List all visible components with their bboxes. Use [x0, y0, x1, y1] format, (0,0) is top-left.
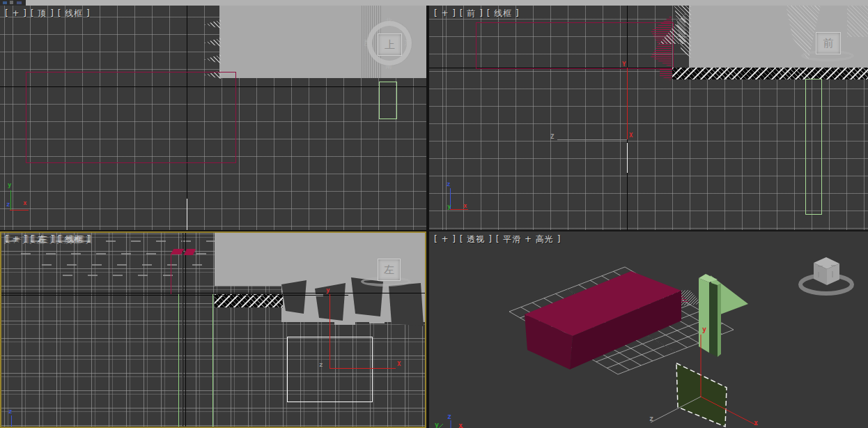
artifact-dash	[300, 316, 318, 319]
box-object-wire[interactable]	[26, 72, 236, 163]
z-axis-label: z	[447, 181, 450, 188]
perspective-scene[interactable]: y x z y z x	[429, 231, 868, 428]
artifact-shape	[315, 283, 346, 321]
compass-east[interactable]: 东	[404, 38, 411, 48]
gizmo-axis-white[interactable]	[627, 143, 628, 173]
viewport-left-label[interactable]: [ + ] [ 左 ] [ 线框 ]	[5, 234, 91, 245]
arrow-object[interactable]	[699, 274, 748, 357]
viewcube-face-top[interactable]: 上	[378, 33, 402, 56]
gizmo-y-label: y	[326, 287, 330, 293]
gizmo-x-label: X	[397, 361, 401, 367]
y-axis-label: y	[8, 182, 11, 188]
render-artifact	[42, 264, 209, 266]
axis-tripod: z	[0, 406, 42, 428]
window-top-strip	[0, 0, 868, 6]
render-artifact	[204, 54, 221, 63]
viewport-front-label[interactable]: [ + ] [ 前 ] [ 线框 ]	[434, 8, 520, 20]
gizmo-y-label: Y	[622, 61, 626, 68]
gizmo-axis-white[interactable]	[187, 199, 187, 230]
plane-object-wire[interactable]	[805, 79, 822, 215]
gizmo-y-label: y	[702, 326, 706, 333]
x-axis-label: x	[458, 422, 463, 428]
x-axis-line	[450, 209, 468, 210]
render-artifact	[847, 6, 868, 37]
viewport-front[interactable]: [ + ] [ 前 ] [ 线框 ] 前 Y X Z z	[429, 6, 868, 230]
gizmo-x-label: X	[629, 132, 633, 139]
toolbar-remnant-garble	[0, 0, 26, 6]
grid-axis-line	[183, 231, 183, 428]
grid-axis-line	[0, 293, 426, 293]
viewport-perspective-label[interactable]: [ + ] [ 透视 ] [ 平滑 + 高光 ]	[434, 234, 561, 245]
arrow-slab-right[interactable]	[718, 283, 721, 357]
artifact-shape	[281, 280, 307, 314]
garble-speck	[17, 1, 22, 4]
render-artifact	[63, 275, 181, 276]
artifact-shape	[389, 283, 424, 326]
artifact-dash	[334, 322, 355, 325]
z-axis-label: z	[447, 413, 451, 420]
viewport-top[interactable]: [ + ] [ 顶 ] [ 线框 ] 上 北 南 西 东 y z x	[0, 6, 426, 230]
plane-object-wire[interactable]	[379, 82, 397, 119]
box-object-wire[interactable]	[476, 22, 674, 69]
viewcube[interactable]	[800, 257, 852, 293]
arrow-slab-left[interactable]	[699, 278, 709, 353]
zfight-band	[215, 294, 283, 307]
gizmo-x-label: x	[754, 419, 758, 427]
plane-object-wire[interactable]	[178, 294, 179, 428]
render-artifact	[204, 20, 221, 29]
gizmo-z-label: z	[319, 362, 323, 368]
gizmo-x-axis[interactable]	[330, 368, 396, 369]
gizmo-z-label: Z	[550, 134, 554, 140]
arrow-slab-front[interactable]	[709, 282, 718, 357]
z-axis-label: z	[8, 408, 12, 415]
viewport-perspective[interactable]: [ + ] [ 透视 ] [ 平滑 + 高光 ]	[429, 231, 868, 428]
z-axis-line	[11, 415, 12, 428]
viewcube-face-front[interactable]: 前	[816, 32, 841, 54]
gizmo-z-label: z	[649, 415, 653, 422]
axis-tripod: z y x	[429, 176, 485, 218]
artifact-dash	[369, 321, 385, 323]
grid-axis-line	[185, 231, 186, 428]
gizmo-z-axis[interactable]	[557, 139, 627, 140]
z-axis-label: z	[6, 201, 10, 208]
max-four-viewport-area: [ + ] [ 顶 ] [ 线框 ] 上 北 南 西 东 y z x	[0, 0, 868, 428]
gizmo-y-axis[interactable]	[330, 294, 330, 369]
render-artifact	[204, 38, 221, 47]
plane-object-selected[interactable]	[676, 363, 727, 427]
render-artifact	[21, 253, 237, 254]
viewcube-face-left[interactable]: 左	[378, 259, 401, 281]
zfight-band	[672, 68, 868, 79]
plane-object-wire[interactable]	[212, 294, 213, 428]
viewport-top-label[interactable]: [ + ] [ 顶 ] [ 线框 ]	[5, 8, 91, 20]
compass-north[interactable]: 北	[385, 17, 392, 26]
axis-tripod: y z x	[435, 413, 463, 428]
compass-south[interactable]: 南	[385, 61, 392, 71]
box-object-wire	[171, 254, 171, 294]
compass-west[interactable]: 西	[364, 38, 371, 48]
x-axis-label: x	[463, 203, 467, 209]
y-axis-label: y	[447, 204, 451, 210]
x-axis-line	[10, 210, 29, 211]
y-axis-line	[10, 190, 11, 210]
viewport-left[interactable]: [ + ] [ 左 ] [ 线框 ]	[0, 231, 426, 428]
garble-speck	[10, 1, 13, 4]
garble-speck	[3, 1, 7, 4]
axis-tripod: y z x	[0, 176, 42, 218]
x-axis-label: x	[23, 200, 26, 206]
y-axis-label: y	[435, 421, 439, 428]
gizmo-y-axis[interactable]	[627, 68, 628, 139]
box-object[interactable]	[525, 271, 681, 369]
grid-axis-line	[0, 295, 348, 296]
